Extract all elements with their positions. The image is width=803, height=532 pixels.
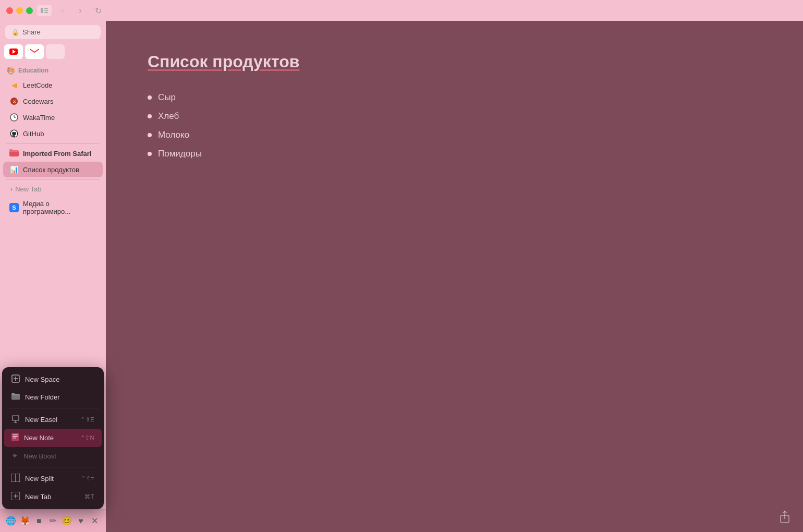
- media-label: Медиа о программиро...: [23, 200, 96, 215]
- new-tab-label: + New Tab: [9, 185, 42, 193]
- divider-2: [6, 179, 100, 180]
- codewars-icon: ⚔: [9, 96, 19, 106]
- svg-rect-1: [44, 8, 48, 9]
- list-item: Хлеб: [148, 107, 202, 126]
- content-wrapper: Список продуктов Сыр Хлеб Молоко Помидор…: [106, 21, 803, 532]
- svg-rect-22: [13, 436, 18, 437]
- svg-rect-20: [11, 433, 19, 441]
- folder-icon: [9, 149, 19, 158]
- ctx-new-folder[interactable]: New Folder: [4, 389, 102, 406]
- maximize-button[interactable]: [26, 7, 33, 14]
- list-item: Молоко: [148, 126, 202, 144]
- ctx-new-space-label: New Space: [25, 376, 59, 383]
- imported-safari-label: Imported From Safari: [23, 150, 91, 158]
- svg-rect-21: [13, 434, 18, 436]
- svg-rect-2: [44, 10, 48, 11]
- list-item-text: Помидоры: [158, 149, 202, 159]
- bottom-close-btn[interactable]: ✕: [88, 514, 102, 528]
- svg-rect-3: [44, 12, 48, 13]
- divider-1: [6, 143, 100, 144]
- sidebar-item-codewars[interactable]: ⚔ Codewars: [3, 93, 103, 109]
- bottom-pen-btn[interactable]: ✏: [46, 514, 60, 528]
- new-split-icon: [11, 474, 20, 483]
- sidebar-item-media[interactable]: S Медиа о программиро...: [3, 197, 103, 219]
- sidebar-item-wakatime[interactable]: WakaTime: [3, 110, 103, 125]
- sidebar: 🔒 Share 🎨 Education ◀ LeetCode: [0, 21, 106, 532]
- bottom-square-btn[interactable]: ■: [32, 514, 46, 528]
- ctx-new-tab-label: New Tab: [25, 493, 51, 501]
- ctx-new-easel[interactable]: New Easel ⌃⇧E: [4, 410, 102, 429]
- sidebar-item-imported-safari[interactable]: Imported From Safari: [3, 146, 103, 161]
- content-share-button[interactable]: [777, 509, 793, 525]
- title-bar: ‹ › ↻: [0, 0, 803, 21]
- new-tab-item[interactable]: + New Tab: [3, 182, 103, 196]
- sidebar-bottom-toolbar: 🌐 🦊 ■ ✏ 😊 ♥ ✕: [0, 509, 106, 532]
- bullet-dot: [148, 114, 152, 118]
- traffic-lights: [6, 7, 33, 14]
- leetcode-icon: ◀: [9, 80, 19, 90]
- ctx-new-note[interactable]: New Note ⌃⇧N: [4, 429, 102, 447]
- ctx-divider-2: [7, 467, 99, 467]
- bullet-dot: [148, 95, 152, 100]
- bookmarks-toolbar: [0, 42, 106, 61]
- ctx-new-space[interactable]: New Space: [4, 370, 102, 389]
- new-note-icon: [11, 433, 19, 443]
- bullet-dot: [148, 133, 152, 137]
- list-item-text: Молоко: [158, 130, 189, 140]
- context-menu: New Space New Folder New Easel: [2, 367, 104, 509]
- new-boost-icon: ✦: [11, 451, 18, 461]
- ctx-new-easel-label: New Easel: [25, 416, 57, 424]
- bottom-globe-btn[interactable]: 🌐: [4, 514, 18, 528]
- education-icon: 🎨: [6, 66, 15, 75]
- share-label: Share: [22, 28, 41, 36]
- ctx-new-tab[interactable]: New Tab ⌘T: [4, 488, 102, 506]
- content-area: Список продуктов Сыр Хлеб Молоко Помидор…: [106, 21, 803, 532]
- ctx-new-boost: ✦ New Boost: [4, 447, 102, 465]
- ctx-new-folder-label: New Folder: [25, 393, 59, 401]
- new-tab-shortcut: ⌘T: [84, 493, 94, 500]
- codewars-label: Codewars: [23, 98, 54, 105]
- new-folder-icon: [11, 393, 20, 402]
- active-item-label: Список продуктов: [23, 166, 79, 174]
- education-section-header: 🎨 Education: [0, 63, 106, 77]
- sidebar-item-github[interactable]: GitHub: [3, 126, 103, 141]
- ctx-new-boost-label: New Boost: [23, 452, 56, 460]
- forward-button[interactable]: ›: [74, 5, 87, 16]
- list-item-text: Хлеб: [158, 111, 179, 122]
- ctx-new-note-label: New Note: [24, 434, 54, 442]
- back-button[interactable]: ‹: [56, 5, 69, 16]
- education-label: Education: [18, 67, 48, 74]
- wakatime-icon: [9, 113, 19, 122]
- refresh-button[interactable]: ↻: [91, 5, 105, 16]
- close-button[interactable]: [6, 7, 13, 14]
- leetcode-label: LeetCode: [23, 81, 52, 89]
- sidebar-toggle[interactable]: [37, 5, 52, 16]
- new-easel-shortcut: ⌃⇧E: [80, 416, 94, 423]
- sidebar-item-active[interactable]: 📊 Список продуктов: [3, 162, 103, 177]
- youtube-bookmark[interactable]: [4, 44, 23, 59]
- ctx-new-split[interactable]: New Split ⌃⇧=: [4, 469, 102, 488]
- svg-text:⚔: ⚔: [12, 99, 17, 104]
- blank-bookmark[interactable]: [46, 44, 65, 59]
- main-layout: 🔒 Share 🎨 Education ◀ LeetCode: [0, 21, 803, 532]
- media-icon: S: [9, 203, 19, 212]
- sidebar-item-leetcode[interactable]: ◀ LeetCode: [3, 77, 103, 93]
- bottom-heart-btn[interactable]: ♥: [74, 514, 88, 528]
- share-button[interactable]: 🔒 Share: [5, 25, 101, 39]
- gmail-bookmark[interactable]: [25, 44, 44, 59]
- new-easel-icon: [11, 415, 20, 425]
- svg-rect-0: [41, 8, 43, 13]
- new-tab-icon: [11, 492, 20, 502]
- list-item: Сыр: [148, 88, 202, 107]
- bullet-list: Сыр Хлеб Молоко Помидоры: [148, 88, 202, 163]
- minimize-button[interactable]: [16, 7, 23, 14]
- wakatime-label: WakaTime: [23, 114, 55, 122]
- bottom-fox-btn[interactable]: 🦊: [18, 514, 32, 528]
- svg-rect-23: [13, 438, 16, 439]
- lock-icon: 🔒: [11, 29, 19, 36]
- ctx-new-split-label: New Split: [25, 475, 54, 482]
- new-split-shortcut: ⌃⇧=: [81, 475, 94, 482]
- new-note-shortcut: ⌃⇧N: [80, 434, 94, 441]
- list-item-text: Сыр: [158, 92, 176, 103]
- bottom-emoji-btn[interactable]: 😊: [60, 514, 74, 528]
